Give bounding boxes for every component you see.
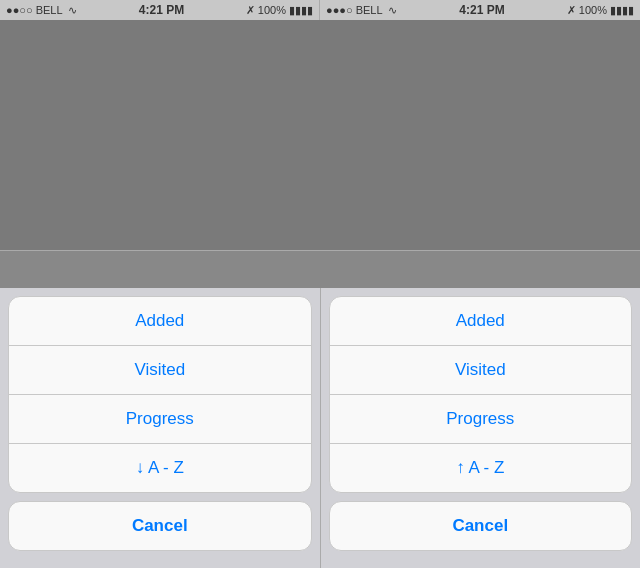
right-visited-button[interactable]: Visited (330, 346, 632, 395)
right-action-sheet: Added Visited Progress ↑ A - Z Cancel (321, 288, 641, 568)
left-added-button[interactable]: Added (9, 297, 311, 346)
left-battery-area: ✗ 100% ▮▮▮▮ (246, 4, 313, 17)
left-action-buttons: Added Visited Progress ↓ A - Z (8, 296, 312, 493)
right-time: 4:21 PM (459, 3, 504, 17)
dual-status-bar: ●●○○ BELL ∿ 4:21 PM ✗ 100% ▮▮▮▮ ●●●○ BEL… (0, 0, 640, 20)
right-cancel-button[interactable]: Cancel (329, 501, 633, 551)
right-carrier: ●●●○ BELL ∿ (326, 4, 397, 17)
right-action-buttons: Added Visited Progress ↑ A - Z (329, 296, 633, 493)
left-carrier: ●●○○ BELL ∿ (6, 4, 77, 17)
left-az-button[interactable]: ↓ A - Z (9, 444, 311, 492)
right-progress-button[interactable]: Progress (330, 395, 632, 444)
left-status-bar: ●●○○ BELL ∿ 4:21 PM ✗ 100% ▮▮▮▮ (0, 0, 320, 20)
left-progress-button[interactable]: Progress (9, 395, 311, 444)
right-status-bar: ●●●○ BELL ∿ 4:21 PM ✗ 100% ▮▮▮▮ (320, 0, 640, 20)
left-visited-button[interactable]: Visited (9, 346, 311, 395)
mid-divider (0, 250, 640, 251)
right-battery-area: ✗ 100% ▮▮▮▮ (567, 4, 634, 17)
right-az-button[interactable]: ↑ A - Z (330, 444, 632, 492)
right-added-button[interactable]: Added (330, 297, 632, 346)
left-time: 4:21 PM (139, 3, 184, 17)
left-action-sheet: Added Visited Progress ↓ A - Z Cancel (0, 288, 320, 568)
bottom-area: Added Visited Progress ↓ A - Z Cancel Ad… (0, 288, 640, 568)
left-cancel-button[interactable]: Cancel (8, 501, 312, 551)
